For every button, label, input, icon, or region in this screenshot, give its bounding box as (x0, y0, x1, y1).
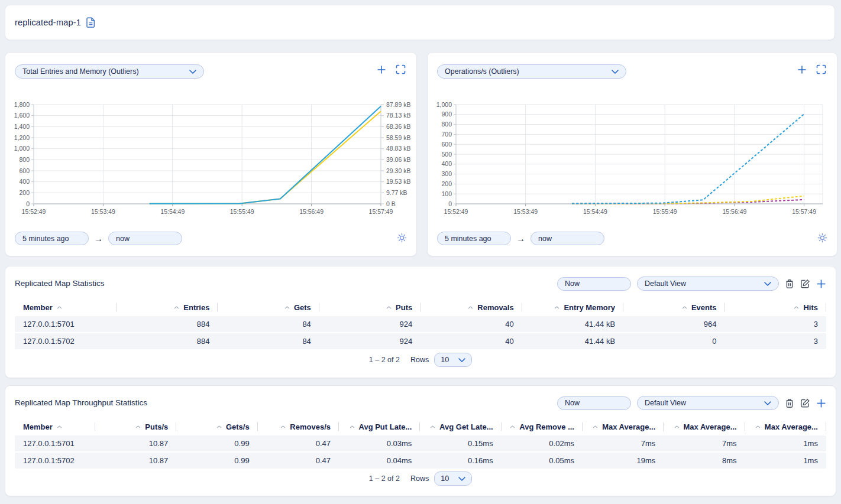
table-cell: 127.0.0.1:5701 (15, 316, 117, 332)
column-header[interactable]: Removes/s (258, 419, 339, 434)
gear-icon[interactable] (397, 233, 407, 243)
column-header[interactable]: Member (15, 300, 117, 315)
time-to-input[interactable] (109, 235, 182, 243)
svg-text:15:56:49: 15:56:49 (299, 208, 324, 215)
fullscreen-icon[interactable] (816, 64, 826, 74)
delete-view-icon[interactable] (785, 279, 794, 289)
table-row[interactable]: 127.0.0.1:570210.870.990.470.04ms0.16ms0… (15, 453, 826, 469)
pagination: 1 – 2 of 2 Rows 10 (5, 472, 836, 486)
table-row[interactable]: 127.0.0.1:5701884849244041.44 kB9643 (15, 316, 826, 332)
fullscreen-icon[interactable] (396, 64, 406, 74)
svg-text:1,000: 1,000 (436, 101, 452, 108)
time-to-input[interactable] (531, 235, 604, 243)
column-header[interactable]: Gets/s (176, 419, 257, 434)
time-filter-field (557, 277, 631, 291)
column-header[interactable]: Max Average... (745, 419, 826, 434)
svg-text:200: 200 (441, 180, 452, 187)
column-header[interactable]: Gets (218, 300, 319, 315)
edit-view-icon[interactable] (800, 279, 810, 289)
chart-panel-operations: Operations/s (Outliers) 0100200300400500… (427, 52, 837, 256)
svg-text:19.53 kB: 19.53 kB (386, 178, 410, 185)
svg-text:0: 0 (448, 200, 452, 207)
chart-series-ops-blue (572, 114, 804, 204)
column-header[interactable]: Max Average... (664, 419, 745, 434)
rows-per-page-select[interactable]: 10 (434, 472, 472, 486)
time-from-input[interactable] (438, 235, 510, 243)
table-cell: 3 (725, 316, 826, 332)
table-cell: 8ms (664, 453, 745, 469)
svg-text:1,400: 1,400 (14, 123, 30, 130)
column-header[interactable]: Entry Memory (522, 300, 623, 315)
chart-metric-select[interactable]: Total Entries and Memory (Outliers) (15, 64, 204, 79)
view-select[interactable]: Default View (637, 277, 779, 291)
chart-panel-entries-memory: Total Entries and Memory (Outliers) 00 B… (5, 52, 417, 256)
throughput-table-panel: Replicated Map Throughput Statistics Def… (5, 385, 836, 496)
svg-text:15:54:49: 15:54:49 (160, 208, 185, 215)
add-chart-icon[interactable] (377, 65, 386, 74)
svg-text:400: 400 (19, 178, 30, 185)
delete-view-icon[interactable] (785, 398, 794, 408)
column-header[interactable]: Max Average... (583, 419, 664, 434)
pagination-range: 1 – 2 of 2 (369, 356, 400, 364)
column-header[interactable]: Puts (319, 300, 420, 315)
column-header-label: Avg Get Late... (439, 422, 493, 431)
table-cell: 40 (420, 333, 522, 349)
table-cell: 0.15ms (420, 435, 501, 451)
svg-text:15:55:49: 15:55:49 (653, 208, 677, 215)
time-filter-field (557, 396, 631, 410)
file-text-icon[interactable] (86, 17, 95, 28)
table-cell: 41.44 kB (522, 333, 623, 349)
table-cell: 7ms (664, 435, 745, 451)
view-select[interactable]: Default View (637, 396, 779, 410)
column-header-label: Puts/s (145, 422, 168, 431)
svg-text:900: 900 (441, 110, 452, 118)
svg-text:15:52:49: 15:52:49 (22, 208, 46, 215)
column-header[interactable]: Events (623, 300, 724, 315)
edit-view-icon[interactable] (800, 398, 810, 408)
column-header-label: Max Average... (765, 422, 818, 431)
column-header-label: Member (23, 303, 53, 312)
time-filter-input[interactable] (558, 399, 630, 407)
chart-canvas-entries-memory[interactable]: 00 B2009.77 kB40019.53 kB60029.30 kB8003… (11, 93, 410, 224)
chart-canvas-operations[interactable]: 01002003004005006007008009001,00015:52:4… (434, 93, 831, 224)
chart-metric-select[interactable]: Operations/s (Outliers) (437, 64, 626, 79)
add-chart-icon[interactable] (797, 65, 807, 74)
stats-table-header-row: MemberEntriesGetsPutsRemovalsEntry Memor… (15, 300, 826, 315)
add-view-icon[interactable] (816, 398, 826, 408)
line-chart: 00 B2009.77 kB40019.53 kB60029.30 kB8003… (11, 93, 410, 224)
svg-text:15:53:49: 15:53:49 (91, 208, 115, 215)
svg-text:9.77 kB: 9.77 kB (386, 189, 407, 196)
column-header-label: Events (691, 303, 717, 312)
table-row[interactable]: 127.0.0.1:5702884849244041.44 kB03 (15, 333, 826, 349)
table-row[interactable]: 127.0.0.1:570110.870.990.470.03ms0.15ms0… (15, 435, 826, 451)
svg-text:400: 400 (441, 160, 452, 167)
column-header[interactable]: Puts/s (95, 419, 176, 434)
sort-caret-icon (794, 306, 799, 309)
rows-per-page-select[interactable]: 10 (434, 353, 472, 367)
time-filter-input[interactable] (558, 279, 630, 288)
column-header-label: Max Average... (602, 422, 655, 431)
svg-text:15:56:49: 15:56:49 (722, 208, 746, 215)
column-header[interactable]: Entries (117, 300, 218, 315)
svg-text:1,200: 1,200 (14, 134, 30, 141)
table-cell: 127.0.0.1:5701 (15, 435, 95, 451)
add-view-icon[interactable] (816, 279, 826, 289)
column-header[interactable]: Member (15, 419, 95, 434)
column-header[interactable]: Hits (725, 300, 826, 315)
column-header-label: Gets (294, 303, 311, 312)
time-from-input[interactable] (15, 235, 88, 243)
svg-text:68.36 kB: 68.36 kB (386, 123, 410, 130)
chevron-down-icon (764, 401, 771, 405)
svg-text:1,800: 1,800 (14, 101, 30, 108)
table-cell: 127.0.0.1:5702 (15, 333, 117, 349)
chevron-down-icon (189, 70, 196, 74)
column-header[interactable]: Avg Put Late... (339, 419, 420, 434)
column-header[interactable]: Removals (420, 300, 522, 315)
sort-caret-icon (682, 306, 687, 309)
stats-table: MemberEntriesGetsPutsRemovalsEntry Memor… (15, 300, 826, 350)
sort-caret-icon (57, 425, 62, 428)
gear-icon[interactable] (817, 233, 827, 243)
column-header[interactable]: Avg Remove ... (502, 419, 583, 434)
column-header[interactable]: Avg Get Late... (420, 419, 501, 434)
sort-caret-icon (216, 425, 222, 428)
